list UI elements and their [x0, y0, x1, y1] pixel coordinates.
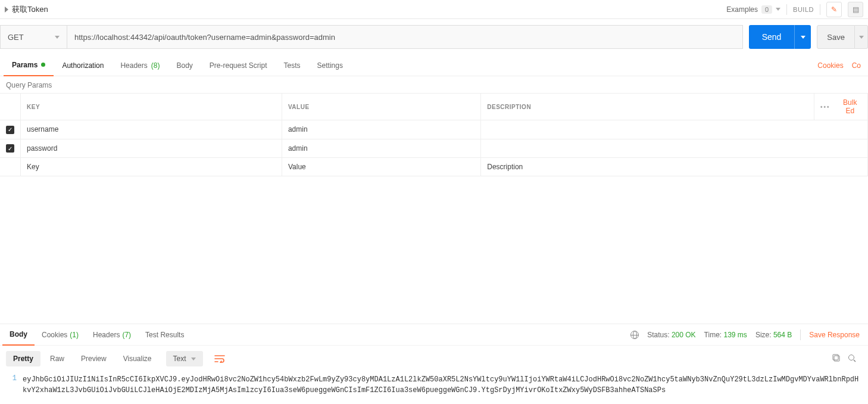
examples-count: 0	[761, 5, 772, 14]
chevron-down-icon	[776, 8, 780, 11]
tab-params[interactable]: Params	[4, 55, 54, 76]
tab-body[interactable]: Body	[168, 55, 201, 76]
cookies-link[interactable]: Cookies	[817, 61, 843, 70]
chevron-down-icon	[801, 36, 805, 39]
request-tab-header: 获取Token Examples 0 BUILD ✎ ▤	[0, 0, 868, 19]
request-title: 获取Token	[12, 4, 48, 15]
chevron-down-icon	[859, 36, 864, 39]
request-url-row: GET https://localhost:44342/api/oauth/to…	[0, 19, 868, 55]
http-method-value: GET	[8, 33, 24, 42]
expand-icon[interactable]	[5, 7, 8, 13]
col-key: KEY	[21, 94, 282, 120]
comment-icon[interactable]: ▤	[848, 2, 863, 17]
table-row[interactable]: ✓ password admin	[0, 139, 868, 158]
http-method-select[interactable]: GET	[0, 25, 67, 49]
table-row-new[interactable]: Key Value Description	[0, 158, 868, 176]
tab-headers[interactable]: Headers (8)	[112, 55, 168, 76]
divider	[820, 4, 820, 15]
query-params-heading: Query Params	[0, 76, 868, 93]
examples-dropdown[interactable]: Examples 0	[726, 5, 780, 14]
bulk-edit-link[interactable]: Bulk Ed	[839, 98, 861, 115]
send-dropdown[interactable]	[794, 25, 811, 49]
request-tabs: Params Authorization Headers (8) Body Pr…	[0, 55, 868, 76]
row-checkbox[interactable]: ✓	[6, 126, 14, 134]
tab-authorization[interactable]: Authorization	[54, 55, 112, 76]
save-button[interactable]: Save	[817, 25, 855, 49]
param-key[interactable]: password	[21, 139, 282, 158]
col-checkbox	[0, 94, 21, 120]
param-desc-placeholder[interactable]: Description	[481, 158, 868, 176]
param-value-placeholder[interactable]: Value	[282, 158, 480, 176]
params-indicator-icon	[41, 63, 45, 67]
tab-tests[interactable]: Tests	[276, 55, 309, 76]
edit-icon[interactable]: ✎	[826, 2, 842, 17]
url-value: https://localhost:44342/api/oauth/token?…	[74, 33, 335, 42]
param-description[interactable]	[481, 120, 868, 139]
tab-settings[interactable]: Settings	[309, 55, 351, 76]
save-dropdown[interactable]	[855, 25, 868, 49]
code-link[interactable]: Co	[852, 61, 861, 70]
col-actions: ••• Bulk Ed	[814, 94, 868, 120]
divider	[786, 4, 787, 15]
send-button[interactable]: Send	[749, 25, 795, 49]
param-description[interactable]	[481, 139, 868, 158]
param-value[interactable]: admin	[282, 139, 480, 158]
params-table: KEY VALUE DESCRIPTION ••• Bulk Ed ✓ user…	[0, 93, 868, 176]
tab-prerequest[interactable]: Pre-request Script	[201, 55, 276, 76]
param-key-placeholder[interactable]: Key	[21, 158, 282, 176]
chevron-down-icon	[55, 36, 60, 39]
col-description: DESCRIPTION	[481, 94, 814, 120]
more-icon[interactable]: •••	[820, 104, 830, 110]
table-row[interactable]: ✓ username admin	[0, 120, 868, 139]
build-label[interactable]: BUILD	[793, 6, 814, 13]
examples-label: Examples	[726, 5, 758, 14]
param-key[interactable]: username	[21, 120, 282, 139]
row-checkbox[interactable]: ✓	[6, 144, 14, 153]
param-value[interactable]: admin	[282, 120, 480, 139]
url-input[interactable]: https://localhost:44342/api/oauth/token?…	[67, 25, 743, 49]
col-value: VALUE	[282, 94, 480, 120]
